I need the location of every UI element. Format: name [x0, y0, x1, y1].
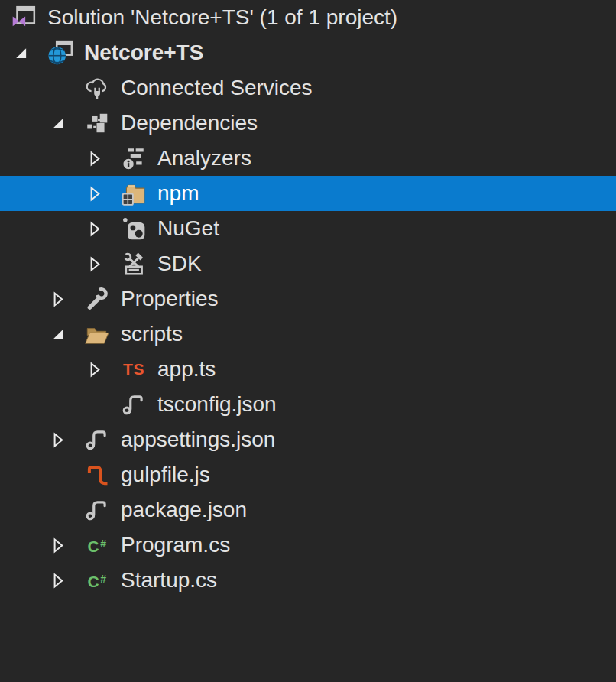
npm-folder-icon [121, 180, 147, 207]
expander-collapsed-icon[interactable] [47, 431, 84, 449]
javascript-icon [84, 461, 110, 489]
tree-item-label: Netcore+TS [84, 35, 203, 70]
tree-item-dependencies[interactable]: Dependencies [0, 106, 616, 141]
tree-item-label: app.ts [157, 352, 216, 387]
tree-item-label: gulpfile.js [121, 457, 210, 492]
tree-item-label: SDK [157, 246, 202, 281]
tree-item-label: Properties [121, 281, 219, 317]
tree-item-tsconfig-json[interactable]: tsconfig.json [0, 387, 616, 422]
tree-item-npm[interactable]: npm [0, 176, 616, 211]
expander-collapsed-icon[interactable] [84, 361, 121, 378]
tree-item-netcore-ts[interactable]: Netcore+TS [0, 35, 616, 70]
tree-item-label: Connected Services [121, 70, 313, 106]
typescript-icon: TS [121, 356, 147, 383]
tree-item-label: npm [157, 176, 199, 211]
solution-icon [11, 4, 37, 31]
expander-collapsed-icon[interactable] [47, 572, 84, 589]
tree-item-label: Solution 'Netcore+TS' (1 of 1 project) [47, 0, 397, 35]
dependencies-icon [84, 109, 110, 137]
solution-explorer-tree: Solution 'Netcore+TS' (1 of 1 project) N… [0, 0, 616, 598]
tree-item-label: Dependencies [121, 106, 258, 141]
tree-item-label: Analyzers [157, 141, 251, 176]
nuget-icon [121, 215, 147, 242]
json-icon [84, 426, 110, 453]
csharp-icon: C# [84, 531, 110, 559]
analyzers-icon [121, 145, 147, 172]
json-icon [121, 391, 147, 418]
tree-item-label: package.json [121, 492, 247, 528]
tree-item-app-ts[interactable]: TSapp.ts [0, 352, 616, 387]
tree-item-appsettings-json[interactable]: appsettings.json [0, 422, 616, 457]
tree-item-label: scripts [121, 317, 183, 352]
expander-collapsed-icon[interactable] [84, 150, 121, 167]
tree-item-sdk[interactable]: SDK [0, 246, 616, 281]
tree-item-analyzers[interactable]: Analyzers [0, 141, 616, 176]
expander-collapsed-icon[interactable] [84, 255, 121, 273]
expander-collapsed-icon[interactable] [47, 537, 84, 554]
tree-item-package-json[interactable]: package.json [0, 492, 616, 528]
expander-expanded-icon[interactable] [47, 326, 84, 343]
expander-collapsed-icon[interactable] [84, 185, 121, 203]
expander-expanded-icon[interactable] [11, 44, 47, 62]
expander-collapsed-icon[interactable] [84, 220, 121, 238]
expander-collapsed-icon[interactable] [47, 291, 84, 308]
project-icon [47, 39, 73, 67]
tree-item-scripts[interactable]: scripts [0, 317, 616, 352]
json-icon [84, 496, 110, 524]
tree-item-label: NuGet [157, 211, 219, 246]
tree-item-solution-netcore-ts-1-of-1-project[interactable]: Solution 'Netcore+TS' (1 of 1 project) [0, 0, 616, 35]
folder-open-icon [84, 320, 110, 348]
expander-expanded-icon[interactable] [47, 115, 84, 132]
tree-item-program-cs[interactable]: C#Program.cs [0, 528, 616, 563]
tree-item-label: appsettings.json [121, 422, 275, 457]
tree-item-label: Startup.cs [121, 563, 217, 598]
tree-item-label: tsconfig.json [157, 387, 277, 422]
properties-wrench-icon [84, 285, 110, 313]
tree-item-nuget[interactable]: NuGet [0, 211, 616, 246]
connected-services-icon [84, 74, 110, 102]
tree-item-startup-cs[interactable]: C#Startup.cs [0, 563, 616, 598]
tree-item-connected-services[interactable]: Connected Services [0, 70, 616, 106]
csharp-icon: C# [84, 567, 110, 594]
tree-item-properties[interactable]: Properties [0, 281, 616, 317]
sdk-icon [121, 250, 147, 278]
tree-item-label: Program.cs [121, 528, 230, 563]
tree-item-gulpfile-js[interactable]: gulpfile.js [0, 457, 616, 492]
